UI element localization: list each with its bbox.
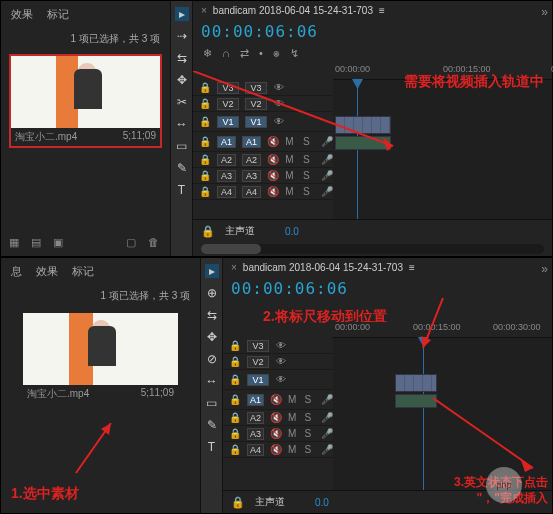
tool-4[interactable]: ⊘ [205,352,219,366]
track-toggle-2[interactable]: A4 [242,186,261,198]
eye-icon[interactable]: 👁 [273,82,285,93]
mute-icon[interactable]: 🔇 [270,412,282,423]
trash-icon[interactable]: 🗑 [148,236,162,250]
lock-icon[interactable]: 🔒 [231,496,245,509]
tool-1[interactable]: ⊕ [205,286,219,300]
lock-icon[interactable]: 🔒 [229,374,241,385]
track-toggle-2[interactable]: A3 [242,170,261,182]
track-toggle-2[interactable]: A1 [242,136,261,148]
tool-7[interactable]: ✎ [175,161,189,175]
s-icon[interactable]: S [305,412,316,423]
clip-item[interactable]: 淘宝小二.mp4 5;11;09 [9,54,162,148]
eye-icon[interactable]: 👁 [273,98,285,109]
mute-icon[interactable]: 🔇 [267,186,279,197]
timeline-icon-4[interactable]: ⎈ [273,47,280,60]
mic-icon[interactable]: 🎤 [321,428,333,439]
mute-icon[interactable]: 🔇 [270,394,282,405]
s-icon[interactable]: S [303,154,315,165]
s-icon[interactable]: S [305,428,316,439]
clip-item[interactable]: 淘宝小二.mp4 5;11;09 [21,311,180,405]
tool-2[interactable]: ⇆ [175,51,189,65]
mic-icon[interactable]: 🎤 [321,412,333,423]
track-toggle-2[interactable]: V3 [245,82,267,94]
mic-icon[interactable]: 🎤 [321,154,333,165]
eye-icon[interactable]: 👁 [275,374,287,385]
playhead[interactable] [423,338,424,490]
close-icon[interactable]: × [201,5,207,16]
timeline-icon-3[interactable]: • [259,47,263,60]
timecode[interactable]: 00:00:06:06 [201,22,318,41]
lock-icon[interactable]: 🔒 [229,356,241,367]
lock-icon[interactable]: 🔒 [199,170,211,181]
tab-markers[interactable]: 标记 [72,264,94,279]
sequence-name[interactable]: bandicam 2018-06-04 15-24-31-703 [243,262,403,273]
timeline-icon-2[interactable]: ⇄ [240,47,249,60]
track-toggle[interactable]: V2 [217,98,239,110]
s-icon[interactable]: S [305,444,316,455]
mute-icon[interactable]: 🔇 [267,136,279,147]
tool-0[interactable]: ▸ [205,264,219,278]
video-clip-segment[interactable] [395,374,437,392]
track-toggle[interactable]: V1 [217,116,239,128]
track-toggle[interactable]: A3 [247,428,264,440]
timeline-icon-0[interactable]: ❄ [203,47,212,60]
tool-8[interactable]: T [205,440,219,454]
tab-info[interactable]: 息 [11,264,22,279]
tab-effects[interactable]: 效果 [11,7,33,22]
m-icon[interactable]: M [288,394,299,405]
m-icon[interactable]: M [288,412,299,423]
track-toggle[interactable]: A2 [247,412,264,424]
track-toggle[interactable]: V3 [217,82,239,94]
tab-markers[interactable]: 标记 [47,7,69,22]
tool-5[interactable]: ↔ [175,117,189,131]
timeline-icon-1[interactable]: ∩ [222,47,230,60]
tool-4[interactable]: ✂ [175,95,189,109]
horizontal-scrollbar[interactable] [201,244,544,254]
tool-1[interactable]: ⇢ [175,29,189,43]
mic-icon[interactable]: 🎤 [321,170,333,181]
sequence-name[interactable]: bandicam 2018-06-04 15-24-31-703 [213,5,373,16]
track-toggle[interactable]: A2 [217,154,236,166]
lock-icon[interactable]: 🔒 [199,186,211,197]
eye-icon[interactable]: 👁 [275,340,287,351]
tool-8[interactable]: T [175,183,189,197]
new-bin-icon[interactable]: ▢ [126,236,140,250]
lock-icon[interactable]: 🔒 [229,394,241,405]
mic-icon[interactable]: 🎤 [321,186,333,197]
mute-icon[interactable]: 🔇 [270,428,282,439]
m-icon[interactable]: M [285,186,297,197]
lock-icon[interactable]: 🔒 [199,98,211,109]
time-ruler[interactable]: 00:00:0000:00:15:0000:00:30:00 [333,64,552,80]
tool-6[interactable]: ▭ [205,396,219,410]
mute-icon[interactable]: 🔇 [270,444,282,455]
track-toggle[interactable]: A3 [217,170,236,182]
track-toggle-2[interactable]: V1 [245,116,267,128]
s-icon[interactable]: S [305,394,316,405]
tool-3[interactable]: ✥ [205,330,219,344]
s-icon[interactable]: S [303,186,315,197]
track-toggle[interactable]: V2 [247,356,269,368]
lock-icon[interactable]: 🔒 [229,412,241,423]
tool-3[interactable]: ✥ [175,73,189,87]
m-icon[interactable]: M [288,428,299,439]
audio-clip-segment[interactable] [335,136,391,150]
timeline-icon-5[interactable]: ↯ [290,47,299,60]
tab-effects[interactable]: 效果 [36,264,58,279]
track-toggle[interactable]: V1 [247,374,269,386]
lock-icon[interactable]: 🔒 [199,116,211,127]
track-toggle[interactable]: A1 [217,136,236,148]
lock-icon[interactable]: 🔒 [199,154,211,165]
track-toggle[interactable]: V3 [247,340,269,352]
m-icon[interactable]: M [285,136,297,147]
mute-icon[interactable]: 🔇 [267,154,279,165]
tool-7[interactable]: ✎ [205,418,219,432]
mic-icon[interactable]: 🎤 [321,444,333,455]
lock-icon[interactable]: 🔒 [199,82,211,93]
tool-5[interactable]: ↔ [205,374,219,388]
lock-icon[interactable]: 🔒 [229,444,241,455]
eye-icon[interactable]: 👁 [273,116,285,127]
m-icon[interactable]: M [288,444,299,455]
tool-0[interactable]: ▸ [175,7,189,21]
track-toggle[interactable]: A1 [247,394,264,406]
menu-icon[interactable]: ≡ [409,262,415,273]
